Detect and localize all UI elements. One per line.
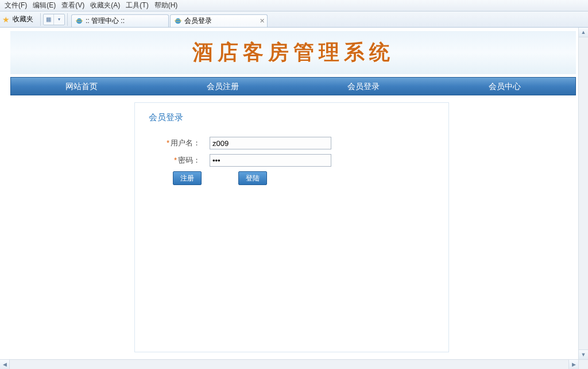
scroll-down-icon[interactable]: ▼: [579, 349, 588, 359]
nav-login[interactable]: 会员登录: [293, 78, 435, 95]
favorites-label[interactable]: 收藏夹: [13, 14, 33, 24]
ie-icon: [75, 17, 83, 25]
tab-member-login[interactable]: 会员登录 ✕: [170, 14, 268, 27]
login-card: 会员登录 *用户名： *密码： 注册 登陆: [134, 102, 449, 352]
menu-edit[interactable]: 编辑(E): [33, 1, 56, 10]
tab-label: :: 管理中心 ::: [86, 16, 125, 26]
dropdown-arrow-icon[interactable]: ▾: [54, 14, 64, 25]
nav-home[interactable]: 网站首页: [11, 78, 152, 95]
page: 酒店客房管理系统 网站首页 会员注册 会员登录 会员中心 会员登录 *用户名： …: [10, 31, 576, 352]
password-input[interactable]: [210, 154, 331, 167]
menu-favorites[interactable]: 收藏夹(A): [90, 1, 120, 10]
viewport: 酒店客房管理系统 网站首页 会员注册 会员登录 会员中心 会员登录 *用户名： …: [0, 28, 588, 369]
nav-register[interactable]: 会员注册: [152, 78, 293, 95]
toolbar: ★ 收藏夹 ▦ ▾ :: 管理中心 :: 会员登录 ✕: [0, 11, 588, 28]
scroll-left-icon[interactable]: ◀: [0, 360, 10, 369]
tab-admin-center[interactable]: :: 管理中心 ::: [71, 14, 169, 27]
menu-help[interactable]: 帮助(H): [154, 1, 178, 10]
horizontal-scrollbar[interactable]: ◀ ▶: [0, 359, 578, 369]
username-label: *用户名：: [149, 138, 200, 148]
required-mark: *: [167, 139, 169, 147]
tab-label: 会员登录: [184, 16, 212, 26]
menu-view[interactable]: 查看(V): [61, 1, 84, 10]
button-row: 注册 登陆: [149, 171, 435, 185]
password-label: *密码：: [149, 155, 200, 166]
separator: [40, 13, 41, 26]
menu-bar: 文件(F) 编辑(E) 查看(V) 收藏夹(A) 工具(T) 帮助(H): [0, 0, 588, 11]
vertical-scrollbar[interactable]: ▲ ▼: [578, 28, 588, 359]
scroll-right-icon[interactable]: ▶: [568, 360, 578, 369]
close-icon[interactable]: ✕: [260, 17, 265, 25]
username-input[interactable]: [210, 137, 331, 149]
separator: [67, 13, 68, 26]
login-heading: 会员登录: [149, 112, 435, 123]
nav-center[interactable]: 会员中心: [434, 78, 575, 95]
required-mark: *: [174, 156, 177, 164]
ie-icon: [174, 17, 182, 25]
scroll-corner: [578, 359, 588, 369]
scroll-up-icon[interactable]: ▲: [579, 28, 588, 37]
username-row: *用户名：: [149, 137, 435, 149]
view-mode-buttons[interactable]: ▦ ▾: [43, 14, 65, 25]
banner-title: 酒店客房管理系统: [192, 39, 394, 67]
navbar: 网站首页 会员注册 会员登录 会员中心: [10, 77, 576, 95]
grid-view-icon[interactable]: ▦: [44, 14, 54, 25]
password-row: *密码：: [149, 154, 435, 167]
menu-file[interactable]: 文件(F): [5, 1, 27, 10]
banner: 酒店客房管理系统: [10, 31, 576, 74]
register-button[interactable]: 注册: [173, 171, 202, 185]
menu-tools[interactable]: 工具(T): [126, 1, 148, 10]
favorites-star-icon[interactable]: ★: [2, 16, 10, 24]
login-button[interactable]: 登陆: [238, 171, 267, 185]
